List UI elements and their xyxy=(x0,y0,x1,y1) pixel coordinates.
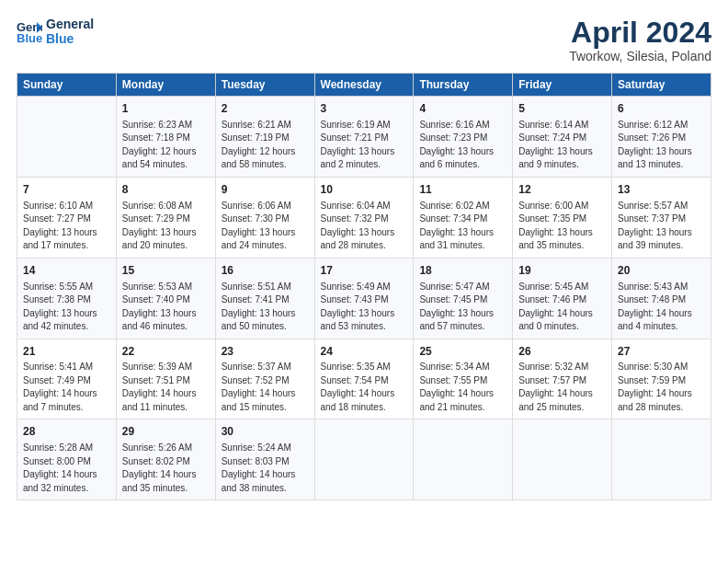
day-content: Sunrise: 6:00 AM Sunset: 7:35 PM Dayligh… xyxy=(518,200,606,253)
day-number: 3 xyxy=(321,101,408,117)
day-number: 2 xyxy=(222,101,309,117)
calendar-cell: 9Sunrise: 6:06 AM Sunset: 7:30 PM Daylig… xyxy=(215,177,314,258)
day-number: 16 xyxy=(222,263,309,279)
day-content: Sunrise: 5:43 AM Sunset: 7:48 PM Dayligh… xyxy=(618,281,705,334)
day-number: 21 xyxy=(23,344,110,360)
week-row-5: 28Sunrise: 5:28 AM Sunset: 8:00 PM Dayli… xyxy=(17,419,711,500)
week-row-4: 21Sunrise: 5:41 AM Sunset: 7:49 PM Dayli… xyxy=(17,339,711,419)
day-number: 18 xyxy=(419,263,506,279)
day-content: Sunrise: 6:14 AM Sunset: 7:24 PM Dayligh… xyxy=(518,119,606,172)
header-cell-monday: Monday xyxy=(116,74,215,97)
calendar-cell: 15Sunrise: 5:53 AM Sunset: 7:40 PM Dayli… xyxy=(116,258,215,339)
day-content: Sunrise: 5:28 AM Sunset: 8:00 PM Dayligh… xyxy=(23,442,110,495)
header-row: SundayMondayTuesdayWednesdayThursdayFrid… xyxy=(17,74,711,97)
day-content: Sunrise: 5:26 AM Sunset: 8:02 PM Dayligh… xyxy=(122,442,210,495)
day-number: 5 xyxy=(518,101,606,117)
day-content: Sunrise: 5:24 AM Sunset: 8:03 PM Dayligh… xyxy=(222,442,309,495)
calendar-cell xyxy=(17,97,117,178)
day-content: Sunrise: 6:04 AM Sunset: 7:32 PM Dayligh… xyxy=(321,200,408,253)
calendar-cell: 21Sunrise: 5:41 AM Sunset: 7:49 PM Dayli… xyxy=(17,339,117,419)
calendar-cell: 17Sunrise: 5:49 AM Sunset: 7:43 PM Dayli… xyxy=(314,258,414,339)
calendar-cell xyxy=(414,419,513,500)
logo: General Blue General Blue xyxy=(17,17,94,46)
day-number: 12 xyxy=(518,182,606,198)
calendar-cell: 7Sunrise: 6:10 AM Sunset: 7:27 PM Daylig… xyxy=(17,177,117,258)
calendar-cell: 30Sunrise: 5:24 AM Sunset: 8:03 PM Dayli… xyxy=(215,419,314,500)
calendar-cell: 8Sunrise: 6:08 AM Sunset: 7:29 PM Daylig… xyxy=(116,177,215,258)
subtitle: Tworkow, Silesia, Poland xyxy=(569,49,711,63)
day-number: 24 xyxy=(321,344,408,360)
calendar-cell: 24Sunrise: 5:35 AM Sunset: 7:54 PM Dayli… xyxy=(314,339,414,419)
calendar-cell xyxy=(612,419,711,500)
week-row-2: 7Sunrise: 6:10 AM Sunset: 7:27 PM Daylig… xyxy=(17,177,711,258)
calendar-cell: 20Sunrise: 5:43 AM Sunset: 7:48 PM Dayli… xyxy=(612,258,711,339)
day-number: 25 xyxy=(419,344,506,360)
day-number: 1 xyxy=(122,101,210,117)
calendar-cell: 13Sunrise: 5:57 AM Sunset: 7:37 PM Dayli… xyxy=(612,177,711,258)
day-number: 10 xyxy=(321,182,408,198)
title-block: April 2024 Tworkow, Silesia, Poland xyxy=(569,17,711,63)
calendar-cell: 22Sunrise: 5:39 AM Sunset: 7:51 PM Dayli… xyxy=(116,339,215,419)
calendar-cell: 18Sunrise: 5:47 AM Sunset: 7:45 PM Dayli… xyxy=(414,258,513,339)
day-content: Sunrise: 5:57 AM Sunset: 7:37 PM Dayligh… xyxy=(618,200,705,253)
day-number: 27 xyxy=(618,344,705,360)
calendar-cell: 27Sunrise: 5:30 AM Sunset: 7:59 PM Dayli… xyxy=(612,339,711,419)
day-number: 28 xyxy=(23,424,110,440)
day-content: Sunrise: 6:10 AM Sunset: 7:27 PM Dayligh… xyxy=(23,200,110,253)
header: General Blue General Blue April 2024 Two… xyxy=(17,17,711,63)
day-content: Sunrise: 5:37 AM Sunset: 7:52 PM Dayligh… xyxy=(222,361,309,414)
day-number: 26 xyxy=(518,344,606,360)
calendar-cell: 19Sunrise: 5:45 AM Sunset: 7:46 PM Dayli… xyxy=(513,258,612,339)
day-content: Sunrise: 5:49 AM Sunset: 7:43 PM Dayligh… xyxy=(321,281,408,334)
day-number: 15 xyxy=(122,263,210,279)
logo-blue: Blue xyxy=(46,31,94,46)
svg-text:Blue: Blue xyxy=(17,31,42,44)
day-number: 22 xyxy=(122,344,210,360)
day-content: Sunrise: 6:08 AM Sunset: 7:29 PM Dayligh… xyxy=(122,200,210,253)
header-cell-sunday: Sunday xyxy=(17,74,117,97)
calendar-cell: 3Sunrise: 6:19 AM Sunset: 7:21 PM Daylig… xyxy=(314,97,414,178)
day-number: 6 xyxy=(618,101,705,117)
calendar-table: SundayMondayTuesdayWednesdayThursdayFrid… xyxy=(17,73,711,500)
week-row-3: 14Sunrise: 5:55 AM Sunset: 7:38 PM Dayli… xyxy=(17,258,711,339)
calendar-cell: 10Sunrise: 6:04 AM Sunset: 7:32 PM Dayli… xyxy=(314,177,414,258)
day-number: 7 xyxy=(23,182,110,198)
calendar-cell: 16Sunrise: 5:51 AM Sunset: 7:41 PM Dayli… xyxy=(215,258,314,339)
day-content: Sunrise: 6:06 AM Sunset: 7:30 PM Dayligh… xyxy=(222,200,309,253)
day-content: Sunrise: 5:39 AM Sunset: 7:51 PM Dayligh… xyxy=(122,361,210,414)
day-number: 17 xyxy=(321,263,408,279)
day-content: Sunrise: 6:21 AM Sunset: 7:19 PM Dayligh… xyxy=(222,119,309,172)
calendar-cell: 4Sunrise: 6:16 AM Sunset: 7:23 PM Daylig… xyxy=(414,97,513,178)
header-cell-tuesday: Tuesday xyxy=(215,74,314,97)
day-content: Sunrise: 5:34 AM Sunset: 7:55 PM Dayligh… xyxy=(419,361,506,414)
calendar-cell: 26Sunrise: 5:32 AM Sunset: 7:57 PM Dayli… xyxy=(513,339,612,419)
day-number: 23 xyxy=(222,344,309,360)
day-content: Sunrise: 5:35 AM Sunset: 7:54 PM Dayligh… xyxy=(321,361,408,414)
day-number: 29 xyxy=(122,424,210,440)
week-row-1: 1Sunrise: 6:23 AM Sunset: 7:18 PM Daylig… xyxy=(17,97,711,178)
calendar-cell: 23Sunrise: 5:37 AM Sunset: 7:52 PM Dayli… xyxy=(215,339,314,419)
calendar-cell xyxy=(513,419,612,500)
calendar-cell: 5Sunrise: 6:14 AM Sunset: 7:24 PM Daylig… xyxy=(513,97,612,178)
day-number: 20 xyxy=(618,263,705,279)
header-cell-friday: Friday xyxy=(513,74,612,97)
calendar-cell: 25Sunrise: 5:34 AM Sunset: 7:55 PM Dayli… xyxy=(414,339,513,419)
day-content: Sunrise: 6:12 AM Sunset: 7:26 PM Dayligh… xyxy=(618,119,705,172)
header-cell-saturday: Saturday xyxy=(612,74,711,97)
day-number: 13 xyxy=(618,182,705,198)
day-content: Sunrise: 5:51 AM Sunset: 7:41 PM Dayligh… xyxy=(222,281,309,334)
day-content: Sunrise: 6:23 AM Sunset: 7:18 PM Dayligh… xyxy=(122,119,210,172)
day-number: 30 xyxy=(222,424,309,440)
day-content: Sunrise: 5:45 AM Sunset: 7:46 PM Dayligh… xyxy=(518,281,606,334)
logo-icon: General Blue xyxy=(17,18,42,44)
calendar-cell: 14Sunrise: 5:55 AM Sunset: 7:38 PM Dayli… xyxy=(17,258,117,339)
header-cell-thursday: Thursday xyxy=(414,74,513,97)
day-content: Sunrise: 6:19 AM Sunset: 7:21 PM Dayligh… xyxy=(321,119,408,172)
calendar-cell: 2Sunrise: 6:21 AM Sunset: 7:19 PM Daylig… xyxy=(215,97,314,178)
calendar-cell: 1Sunrise: 6:23 AM Sunset: 7:18 PM Daylig… xyxy=(116,97,215,178)
day-content: Sunrise: 6:16 AM Sunset: 7:23 PM Dayligh… xyxy=(419,119,506,172)
day-content: Sunrise: 5:30 AM Sunset: 7:59 PM Dayligh… xyxy=(618,361,705,414)
day-content: Sunrise: 5:55 AM Sunset: 7:38 PM Dayligh… xyxy=(23,281,110,334)
calendar-cell xyxy=(314,419,414,500)
day-content: Sunrise: 6:02 AM Sunset: 7:34 PM Dayligh… xyxy=(419,200,506,253)
